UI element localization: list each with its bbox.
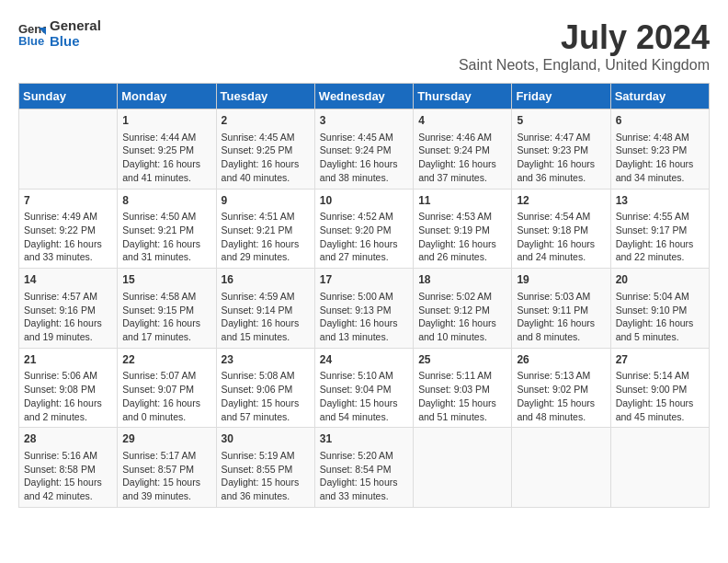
cell-content: Sunset: 8:55 PM (222, 463, 310, 477)
calendar-cell: 2Sunrise: 4:45 AMSunset: 9:25 PMDaylight… (216, 109, 314, 190)
cell-content: Sunrise: 5:03 AM (517, 290, 605, 304)
cell-content: Sunset: 9:23 PM (517, 144, 605, 157)
col-header-monday: Monday (118, 84, 216, 109)
cell-content: and 26 minutes. (418, 250, 506, 264)
cell-content: Sunrise: 4:52 AM (320, 210, 408, 224)
calendar-cell: 23Sunrise: 5:08 AMSunset: 9:06 PMDayligh… (216, 348, 314, 428)
cell-content: and 36 minutes. (222, 489, 310, 503)
week-row-5: 28Sunrise: 5:16 AMSunset: 8:58 PMDayligh… (19, 428, 710, 508)
day-number: 12 (517, 193, 605, 209)
cell-content: Sunrise: 5:00 AM (320, 290, 408, 304)
day-number: 3 (320, 113, 408, 129)
main-title: July 2024 (459, 18, 710, 57)
cell-content: and 13 minutes. (320, 330, 408, 344)
cell-content: and 17 minutes. (122, 330, 210, 344)
cell-content: Sunrise: 4:57 AM (24, 290, 112, 304)
calendar-table: SundayMondayTuesdayWednesdayThursdayFrid… (18, 83, 710, 508)
day-number: 28 (24, 431, 112, 447)
col-header-thursday: Thursday (414, 84, 512, 109)
calendar-cell: 7Sunrise: 4:49 AMSunset: 9:22 PMDaylight… (19, 189, 118, 269)
cell-content: Sunrise: 4:47 AM (517, 131, 605, 144)
logo-blue: Blue (50, 34, 101, 50)
cell-content: Sunset: 9:25 PM (222, 144, 310, 157)
cell-content: Sunrise: 4:48 AM (616, 131, 704, 144)
calendar-cell: 13Sunrise: 4:55 AMSunset: 9:17 PMDayligh… (610, 189, 709, 269)
cell-content: and 51 minutes. (418, 410, 506, 424)
day-number: 1 (122, 113, 210, 129)
cell-content: Sunset: 9:19 PM (418, 224, 506, 237)
col-header-sunday: Sunday (19, 84, 118, 109)
cell-content: Daylight: 16 hours (616, 316, 704, 330)
cell-content: and 10 minutes. (418, 330, 506, 344)
cell-content: Daylight: 15 hours (418, 396, 506, 410)
cell-content: Sunset: 9:00 PM (616, 383, 704, 396)
cell-content: Daylight: 15 hours (222, 476, 310, 489)
cell-content: Sunset: 8:57 PM (122, 463, 210, 477)
cell-content: Daylight: 16 hours (418, 316, 506, 330)
calendar-cell: 12Sunrise: 4:54 AMSunset: 9:18 PMDayligh… (512, 189, 610, 269)
calendar-cell: 16Sunrise: 4:59 AMSunset: 9:14 PMDayligh… (216, 269, 314, 349)
cell-content: Daylight: 16 hours (122, 316, 210, 330)
col-header-wednesday: Wednesday (314, 84, 413, 109)
day-number: 2 (222, 113, 310, 129)
day-number: 6 (616, 113, 704, 129)
cell-content: and 5 minutes. (616, 330, 704, 344)
calendar-cell: 22Sunrise: 5:07 AMSunset: 9:07 PMDayligh… (118, 348, 216, 428)
cell-content: and 8 minutes. (517, 330, 605, 344)
calendar-cell (414, 428, 512, 508)
day-number: 11 (418, 193, 506, 209)
calendar-cell: 17Sunrise: 5:00 AMSunset: 9:13 PMDayligh… (314, 269, 413, 349)
cell-content: and 48 minutes. (517, 410, 605, 424)
calendar-cell: 19Sunrise: 5:03 AMSunset: 9:11 PMDayligh… (512, 269, 610, 349)
calendar-cell: 21Sunrise: 5:06 AMSunset: 9:08 PMDayligh… (19, 348, 118, 428)
cell-content: Daylight: 16 hours (418, 157, 506, 171)
day-number: 19 (517, 272, 605, 288)
cell-content: and 42 minutes. (24, 489, 112, 503)
cell-content: Sunset: 8:54 PM (320, 463, 408, 477)
cell-content: Sunset: 9:20 PM (320, 224, 408, 237)
cell-content: and 39 minutes. (122, 489, 210, 503)
day-number: 13 (616, 193, 704, 209)
day-number: 17 (320, 272, 408, 288)
calendar-cell: 28Sunrise: 5:16 AMSunset: 8:58 PMDayligh… (19, 428, 118, 508)
cell-content: Sunset: 9:17 PM (616, 224, 704, 237)
cell-content: Sunrise: 5:10 AM (320, 369, 408, 383)
cell-content: Sunrise: 4:50 AM (122, 210, 210, 224)
day-number: 29 (122, 431, 210, 447)
day-number: 9 (222, 193, 310, 209)
cell-content: Daylight: 16 hours (320, 237, 408, 251)
week-row-3: 14Sunrise: 4:57 AMSunset: 9:16 PMDayligh… (19, 269, 710, 349)
logo-general: General (50, 18, 101, 34)
cell-content: Daylight: 16 hours (320, 157, 408, 171)
cell-content: Sunset: 9:25 PM (122, 144, 210, 157)
cell-content: Sunrise: 4:55 AM (616, 210, 704, 224)
cell-content: Sunrise: 4:45 AM (320, 131, 408, 144)
calendar-cell: 30Sunrise: 5:19 AMSunset: 8:55 PMDayligh… (216, 428, 314, 508)
cell-content: Daylight: 15 hours (222, 396, 310, 410)
cell-content: Daylight: 16 hours (122, 237, 210, 251)
cell-content: Daylight: 15 hours (517, 396, 605, 410)
calendar-cell: 14Sunrise: 4:57 AMSunset: 9:16 PMDayligh… (19, 269, 118, 349)
cell-content: Sunset: 9:03 PM (418, 383, 506, 396)
day-number: 24 (320, 352, 408, 368)
cell-content: Daylight: 16 hours (616, 237, 704, 251)
cell-content: Sunrise: 4:53 AM (418, 210, 506, 224)
cell-content: Sunset: 9:15 PM (122, 304, 210, 317)
cell-content: Sunrise: 5:19 AM (222, 449, 310, 463)
day-number: 31 (320, 431, 408, 447)
day-number: 16 (222, 272, 310, 288)
cell-content: Sunrise: 5:11 AM (418, 369, 506, 383)
col-header-friday: Friday (512, 84, 610, 109)
cell-content: Sunset: 8:58 PM (24, 463, 112, 477)
cell-content: Daylight: 15 hours (320, 396, 408, 410)
cell-content: and 57 minutes. (222, 410, 310, 424)
cell-content: Sunrise: 5:04 AM (616, 290, 704, 304)
cell-content: and 33 minutes. (24, 250, 112, 264)
week-row-1: 1Sunrise: 4:44 AMSunset: 9:25 PMDaylight… (19, 109, 710, 190)
cell-content: Sunset: 9:18 PM (517, 224, 605, 237)
day-number: 14 (24, 272, 112, 288)
cell-content: Sunrise: 5:07 AM (122, 369, 210, 383)
day-number: 23 (222, 352, 310, 368)
cell-content: and 15 minutes. (222, 330, 310, 344)
col-header-tuesday: Tuesday (216, 84, 314, 109)
